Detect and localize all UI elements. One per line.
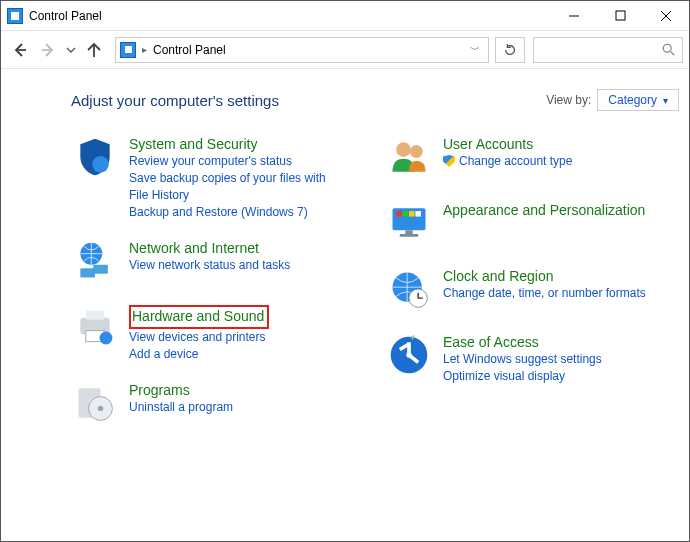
sublink[interactable]: Save backup copies of your files with Fi… — [129, 170, 329, 204]
recent-locations-button[interactable] — [63, 37, 79, 63]
close-icon — [660, 10, 672, 22]
svg-rect-25 — [396, 211, 402, 217]
sublink[interactable]: Change date, time, or number formats — [443, 285, 646, 302]
category-hardware-sound: Hardware and Sound View devices and prin… — [71, 305, 365, 363]
back-arrow-icon — [12, 42, 28, 58]
view-by-select[interactable]: Category ▾ — [597, 89, 679, 111]
globe-network-icon — [71, 239, 119, 287]
sublink[interactable]: Let Windows suggest settings — [443, 351, 602, 368]
svg-rect-12 — [80, 268, 95, 277]
left-column: System and Security Review your computer… — [71, 135, 365, 447]
sublink[interactable]: Optimize visual display — [443, 368, 602, 385]
view-by-control: View by: Category ▾ — [546, 89, 679, 111]
category-network-internet: Network and Internet View network status… — [71, 239, 365, 287]
content-area: Adjust your computer's settings View by:… — [1, 69, 689, 457]
sublink[interactable]: View devices and printers — [129, 329, 269, 346]
category-link[interactable]: Appearance and Personalization — [443, 201, 645, 219]
category-link[interactable]: System and Security — [129, 135, 257, 153]
view-by-value: Category — [608, 93, 657, 107]
up-button[interactable] — [81, 37, 107, 63]
breadcrumb-root[interactable]: Control Panel — [153, 43, 226, 57]
category-link[interactable]: Clock and Region — [443, 267, 554, 285]
view-by-label: View by: — [546, 93, 591, 107]
svg-rect-26 — [403, 211, 409, 217]
sublink[interactable]: Uninstall a program — [129, 399, 233, 416]
monitor-colors-icon — [385, 201, 433, 249]
disc-box-icon — [71, 381, 119, 429]
svg-rect-24 — [400, 234, 418, 237]
category-system-security: System and Security Review your computer… — [71, 135, 365, 221]
svg-point-32 — [406, 352, 412, 358]
maximize-icon — [615, 10, 626, 21]
close-button[interactable] — [643, 1, 689, 31]
search-icon — [662, 43, 676, 57]
search-box[interactable] — [533, 37, 683, 63]
svg-rect-27 — [409, 211, 415, 217]
sublink[interactable]: Backup and Restore (Windows 7) — [129, 204, 329, 221]
svg-point-20 — [396, 142, 411, 157]
svg-rect-11 — [93, 265, 108, 274]
category-user-accounts: User Accounts Change account type — [385, 135, 679, 183]
refresh-icon — [503, 43, 517, 57]
svg-point-9 — [92, 156, 109, 173]
nav-bar: ▸ Control Panel ﹀ — [1, 31, 689, 69]
category-link[interactable]: Network and Internet — [129, 239, 259, 257]
category-ease-of-access: Ease of Access Let Windows suggest setti… — [385, 333, 679, 385]
category-link[interactable]: Programs — [129, 381, 190, 399]
back-button[interactable] — [7, 37, 33, 63]
svg-point-16 — [100, 332, 113, 345]
breadcrumb-separator: ▸ — [142, 44, 147, 55]
category-clock-region: Clock and Region Change date, time, or n… — [385, 267, 679, 315]
window-title: Control Panel — [29, 9, 551, 23]
minimize-icon — [568, 10, 580, 22]
forward-button[interactable] — [35, 37, 61, 63]
ease-of-access-icon — [385, 333, 433, 381]
address-dropdown-icon[interactable]: ﹀ — [470, 43, 484, 57]
globe-clock-icon — [385, 267, 433, 315]
svg-rect-28 — [415, 211, 421, 217]
printer-icon — [71, 305, 119, 353]
svg-rect-1 — [616, 11, 625, 20]
svg-rect-14 — [86, 311, 104, 320]
sublink-shielded[interactable]: Change account type — [443, 153, 572, 170]
address-cp-icon — [120, 42, 136, 58]
category-appearance-personalization: Appearance and Personalization — [385, 201, 679, 249]
address-bar[interactable]: ▸ Control Panel ﹀ — [115, 37, 489, 63]
sublink[interactable]: View network status and tasks — [129, 257, 290, 274]
forward-arrow-icon — [40, 42, 56, 58]
category-link[interactable]: Ease of Access — [443, 333, 539, 351]
people-icon — [385, 135, 433, 183]
svg-rect-23 — [405, 230, 412, 234]
sublink[interactable]: Add a device — [129, 346, 269, 363]
caret-down-icon: ▾ — [663, 95, 668, 106]
minimize-button[interactable] — [551, 1, 597, 31]
svg-line-8 — [671, 51, 675, 55]
svg-point-19 — [98, 406, 104, 412]
svg-point-21 — [410, 145, 423, 158]
shield-pc-icon — [71, 135, 119, 183]
refresh-button[interactable] — [495, 37, 525, 63]
category-programs: Programs Uninstall a program — [71, 381, 365, 429]
category-link[interactable]: User Accounts — [443, 135, 533, 153]
sublink[interactable]: Review your computer's status — [129, 153, 329, 170]
maximize-button[interactable] — [597, 1, 643, 31]
page-heading: Adjust your computer's settings — [71, 92, 546, 109]
control-panel-icon — [7, 8, 23, 24]
chevron-down-icon — [66, 45, 76, 55]
category-link-highlighted[interactable]: Hardware and Sound — [129, 305, 269, 329]
right-column: User Accounts Change account type Appear… — [385, 135, 679, 447]
svg-point-7 — [663, 44, 671, 52]
up-arrow-icon — [86, 42, 102, 58]
titlebar: Control Panel — [1, 1, 689, 31]
